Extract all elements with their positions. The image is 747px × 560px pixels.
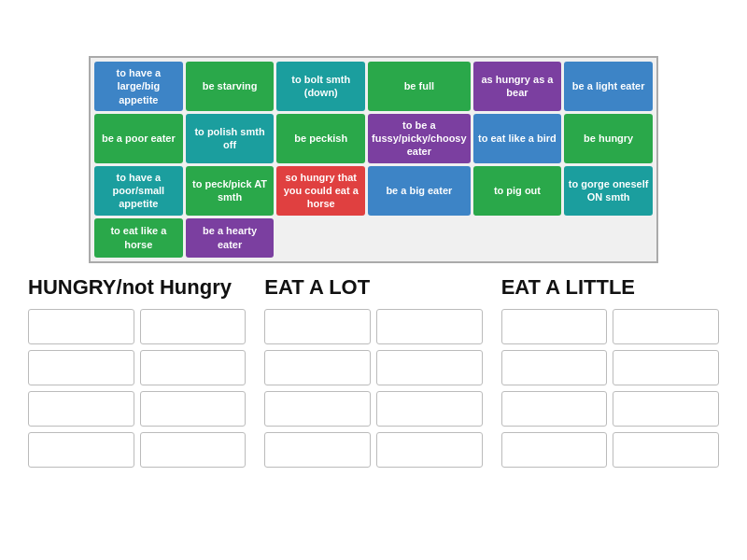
card-c2[interactable]: be starving: [186, 62, 275, 111]
card-c9[interactable]: be peckish: [276, 114, 365, 163]
card-c14[interactable]: to peck/pick AT smth: [186, 166, 275, 216]
drop-cell-eat-little-5[interactable]: [613, 391, 719, 427]
drop-cell-hungry-5[interactable]: [140, 391, 247, 427]
sort-heading-hungry: HUNGRY/not Hungry: [28, 275, 246, 300]
drop-cell-eat-little-3[interactable]: [613, 350, 719, 385]
card-c7[interactable]: be a poor eater: [94, 114, 183, 163]
drop-cell-eat-lot-5[interactable]: [376, 391, 483, 427]
card-c4[interactable]: be full: [368, 62, 471, 111]
card-c19[interactable]: to eat like a horse: [94, 218, 183, 258]
sort-col-eat-little: EAT A LITTLE: [492, 275, 728, 468]
drop-cell-eat-lot-1[interactable]: [376, 309, 483, 344]
card-c6[interactable]: be a light eater: [564, 62, 653, 111]
card-c5[interactable]: as hungry as a bear: [473, 62, 562, 111]
card-c15[interactable]: so hungry that you could eat a horse: [276, 166, 365, 216]
sort-col-eat-lot: EAT A LOT: [255, 275, 491, 468]
card-c16[interactable]: be a big eater: [368, 166, 471, 216]
drop-cell-eat-lot-7[interactable]: [376, 432, 483, 468]
card-c13[interactable]: to have a poor/small appetite: [94, 166, 183, 216]
drop-cell-eat-lot-4[interactable]: [264, 391, 371, 427]
drop-cell-hungry-1[interactable]: [140, 309, 247, 344]
drop-cell-eat-little-1[interactable]: [613, 309, 719, 344]
card-c10[interactable]: to be a fussy/picky/choosy eater: [368, 114, 471, 163]
sort-area: HUNGRY/not HungryEAT A LOTEAT A LITTLE: [19, 275, 728, 468]
card-area: to have a large/big appetitebe starvingt…: [89, 56, 658, 263]
drop-cell-eat-little-7[interactable]: [613, 432, 719, 468]
drop-grid-eat-little: [501, 309, 719, 468]
card-c18[interactable]: to gorge oneself ON smth: [564, 166, 653, 216]
sort-col-hungry: HUNGRY/not Hungry: [19, 275, 255, 468]
drop-grid-hungry: [28, 309, 246, 468]
card-c1[interactable]: to have a large/big appetite: [94, 62, 183, 111]
card-c17[interactable]: to pig out: [473, 166, 562, 216]
drop-cell-eat-little-0[interactable]: [501, 309, 608, 344]
sort-heading-eat-little: EAT A LITTLE: [501, 275, 719, 300]
card-c11[interactable]: to eat like a bird: [473, 114, 562, 163]
drop-cell-eat-lot-3[interactable]: [376, 350, 483, 385]
drop-cell-hungry-7[interactable]: [140, 432, 247, 468]
drop-cell-eat-little-6[interactable]: [501, 432, 608, 468]
drop-cell-hungry-0[interactable]: [28, 309, 134, 344]
drop-cell-eat-little-2[interactable]: [501, 350, 608, 385]
drop-cell-eat-lot-6[interactable]: [264, 432, 371, 468]
card-c12[interactable]: be hungry: [564, 114, 653, 163]
drop-cell-eat-lot-0[interactable]: [264, 309, 371, 344]
sort-heading-eat-lot: EAT A LOT: [264, 275, 482, 300]
card-c8[interactable]: to polish smth off: [186, 114, 275, 163]
drop-cell-eat-little-4[interactable]: [501, 391, 608, 427]
drop-cell-hungry-2[interactable]: [28, 350, 134, 385]
drop-cell-hungry-6[interactable]: [28, 432, 134, 468]
drop-cell-hungry-4[interactable]: [28, 391, 134, 427]
drop-grid-eat-lot: [264, 309, 482, 468]
card-c3[interactable]: to bolt smth (down): [276, 62, 365, 111]
drop-cell-hungry-3[interactable]: [140, 350, 247, 385]
card-c20[interactable]: be a hearty eater: [186, 218, 275, 258]
drop-cell-eat-lot-2[interactable]: [264, 350, 371, 385]
